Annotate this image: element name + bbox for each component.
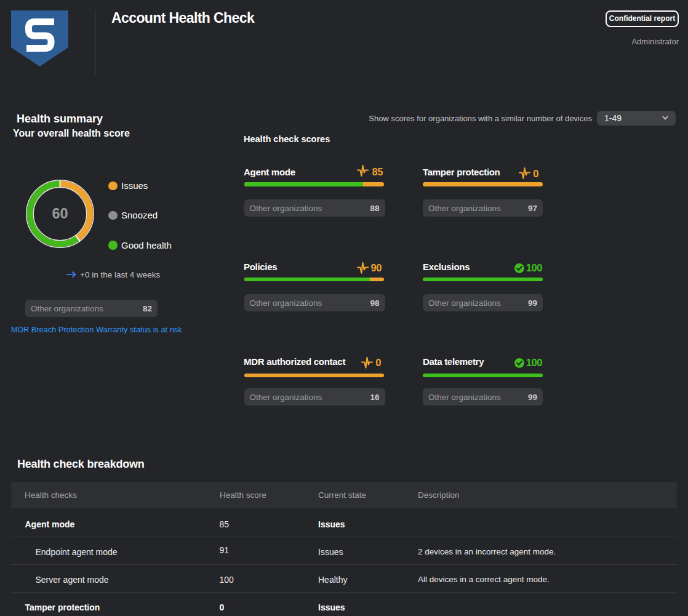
svg-text:60: 60 bbox=[52, 206, 68, 222]
